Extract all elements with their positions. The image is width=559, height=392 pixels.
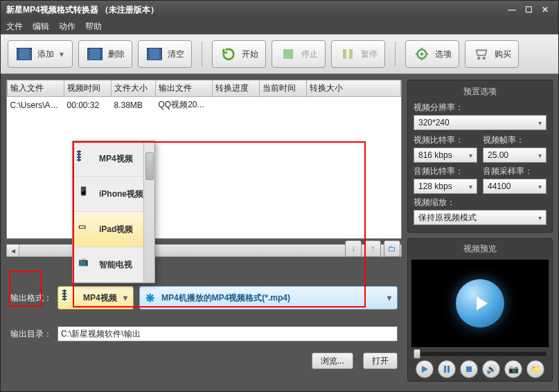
svg-rect-1 [343, 49, 346, 59]
clear-button[interactable]: 清空 [138, 40, 192, 68]
chevron-down-icon: ▾ [469, 183, 472, 190]
seek-slider[interactable] [414, 352, 547, 356]
move-up-button[interactable]: ↑ [364, 240, 381, 257]
col-csize[interactable]: 转换大小 [307, 80, 401, 97]
zoom-label: 视频缩放： [414, 197, 547, 208]
asamplerate-label: 音频采样率： [483, 166, 547, 177]
open-folder-button[interactable]: 🗀 [384, 240, 400, 257]
output-profile-dropdown[interactable]: ❋ MP4机播放的MP4视频格式(*.mp4) ▾ [139, 286, 398, 310]
zoom-select[interactable]: 保持原视频模式▾ [414, 210, 547, 225]
popup-item-tv[interactable]: 📺智能电视 [73, 247, 154, 283]
menu-action[interactable]: 动作 [59, 21, 76, 33]
presets-title: 预置选项 [414, 84, 547, 102]
chevron-down-icon: ▾ [538, 152, 542, 159]
move-down-button[interactable]: ↓ [345, 240, 362, 257]
output-format-dropdown[interactable]: MP4视频 ▾ [57, 286, 134, 310]
abitrate-select[interactable]: 128 kbps▾ [414, 179, 477, 194]
file-table[interactable]: 输入文件 视频时间 文件大小 输出文件 转换进度 当前时间 转换大小 C:\Us… [6, 80, 402, 239]
chevron-down-icon: ▾ [123, 293, 127, 303]
ipad-icon: ▭ [78, 222, 94, 237]
menu-file[interactable]: 文件 [6, 21, 23, 33]
delete-button[interactable]: 删除 [78, 40, 132, 68]
chevron-down-icon: ▾ [469, 152, 472, 159]
resolution-label: 视频分辨率： [414, 102, 547, 114]
vfps-select[interactable]: 25.00▾ [483, 148, 547, 163]
table-hscrollbar[interactable]: ◂ ▸ [6, 244, 402, 257]
vbitrate-select[interactable]: 816 kbps▾ [414, 148, 477, 163]
seek-knob[interactable] [414, 349, 420, 359]
preview-title: 视频预览 [411, 242, 549, 259]
abitrate-label: 音频比特率： [414, 166, 477, 177]
svg-rect-2 [349, 49, 353, 59]
resolution-select[interactable]: 320*240▾ [414, 115, 547, 130]
film-icon [78, 151, 94, 166]
col-output[interactable]: 输出文件 [156, 80, 213, 97]
col-fsize[interactable]: 文件大小 [112, 80, 156, 97]
toolbar: 添加 ▼ 删除 清空 开始 停止 暂停 选项 [1, 34, 558, 74]
output-dir-row: 输出目录： [6, 321, 402, 347]
film-add-icon [15, 45, 33, 63]
folder-icon: 📁 [531, 364, 541, 374]
titlebar: 新星MP4视频格式转换器 （未注册版本） — ☐ ✕ [1, 1, 558, 19]
chevron-down-icon: ▾ [387, 293, 391, 303]
main-area: 输入文件 视频时间 文件大小 输出文件 转换进度 当前时间 转换大小 C:\Us… [1, 74, 558, 391]
volume-button[interactable]: 🔊 [482, 360, 500, 378]
chevron-down-icon: ▾ [538, 119, 542, 127]
speaker-icon: 🔊 [486, 364, 497, 374]
pause-icon [339, 45, 357, 63]
pause-button[interactable]: 暂停 [331, 40, 385, 68]
stop-button[interactable] [460, 360, 478, 378]
col-vtime[interactable]: 视频时间 [64, 80, 112, 97]
table-row[interactable]: C:\Users\Ad... 00:00:32 8.38MB QQ视频20... [8, 97, 401, 114]
svg-rect-13 [466, 366, 472, 372]
play-disc-icon [456, 279, 504, 328]
col-curtime[interactable]: 当前时间 [260, 80, 307, 97]
film-clear-icon [145, 45, 163, 63]
film-delete-icon [86, 45, 104, 63]
buy-button[interactable]: 购买 [465, 40, 519, 68]
chevron-down-icon: ▾ [538, 214, 542, 222]
minimize-button[interactable]: — [504, 4, 520, 15]
dropdown-caret-icon: ▼ [58, 51, 65, 58]
player-controls: 🔊 📷 📁 [411, 357, 549, 378]
popup-item-ipad[interactable]: ▭iPad视频 [73, 212, 154, 247]
play-button[interactable] [416, 360, 434, 378]
format-gear-icon: ❋ [145, 292, 154, 305]
left-column: 输入文件 视频时间 文件大小 输出文件 转换进度 当前时间 转换大小 C:\Us… [6, 80, 402, 386]
svg-marker-9 [477, 296, 488, 310]
stop-icon [279, 45, 297, 63]
preview-panel: 视频预览 🔊 📷 📁 [407, 238, 553, 382]
menubar: 文件 编辑 动作 帮助 [1, 19, 558, 34]
right-column: 预置选项 视频分辨率： 320*240▾ 视频比特率： 816 kbps▾ 视频… [407, 80, 553, 386]
output-format-row: 输出格式： MP4视频 ▾ ❋ MP4机播放的MP4视频格式(*.mp4) ▾ [6, 280, 402, 315]
col-input[interactable]: 输入文件 [8, 80, 64, 97]
menu-help[interactable]: 帮助 [85, 21, 102, 33]
menu-edit[interactable]: 编辑 [33, 21, 49, 33]
options-button[interactable]: 选项 [405, 40, 459, 68]
stop-button[interactable]: 停止 [272, 40, 326, 68]
output-format-label: 输出格式： [10, 292, 52, 304]
pause-button[interactable] [438, 360, 456, 378]
start-button[interactable]: 开始 [212, 40, 266, 68]
open-folder-button[interactable]: 📁 [526, 360, 544, 378]
tv-icon: 📺 [78, 257, 94, 272]
browse-button[interactable]: 浏览... [312, 353, 353, 369]
asamplerate-select[interactable]: 44100▾ [483, 179, 547, 194]
close-button[interactable]: ✕ [538, 4, 553, 15]
scroll-left-icon[interactable]: ◂ [7, 244, 19, 256]
snapshot-button[interactable]: 📷 [504, 360, 522, 378]
open-button[interactable]: 打开 [363, 353, 398, 369]
popup-item-iphone[interactable]: 📱iPhone视频 [73, 177, 154, 212]
output-dir-label: 输出目录： [10, 328, 52, 340]
col-progress[interactable]: 转换进度 [213, 80, 260, 97]
output-dir-input[interactable] [57, 326, 398, 341]
popup-scrollbar[interactable] [143, 141, 154, 283]
popup-item-mp4[interactable]: MP4视频 [73, 141, 154, 177]
add-button[interactable]: 添加 ▼ [8, 40, 73, 68]
maximize-button[interactable]: ☐ [521, 4, 536, 15]
svg-rect-0 [283, 49, 293, 59]
iphone-icon: 📱 [78, 186, 94, 202]
preview-video [411, 259, 549, 348]
svg-point-4 [420, 53, 424, 56]
svg-rect-11 [444, 366, 446, 373]
